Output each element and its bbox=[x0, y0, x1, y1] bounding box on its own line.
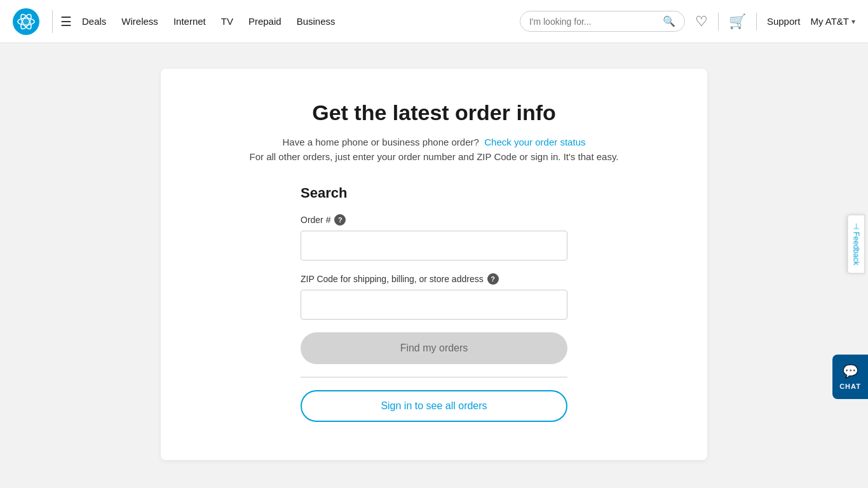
nav-prepaid[interactable]: Prepaid bbox=[248, 16, 281, 27]
chat-button[interactable]: 💬 CHAT bbox=[832, 355, 868, 399]
header-search-box[interactable]: 🔍 bbox=[520, 11, 685, 32]
feedback-icon: ⊣ bbox=[852, 223, 861, 229]
section-divider bbox=[301, 377, 567, 377]
zip-code-label: ZIP Code for shipping, billing, or store… bbox=[301, 273, 567, 285]
card-description: For all other orders, just enter your or… bbox=[199, 151, 669, 162]
cart-icon[interactable]: 🛒 bbox=[729, 13, 746, 30]
page-title: Get the latest order info bbox=[199, 100, 669, 125]
order-card: Get the latest order info Have a home ph… bbox=[161, 69, 707, 460]
search-heading: Search bbox=[301, 185, 567, 201]
search-section: Search Order # ? ZIP Code for shipping, … bbox=[301, 185, 567, 422]
main-nav: Deals Wireless Internet TV Prepaid Busin… bbox=[82, 16, 520, 27]
header-right: 🔍 ♡ 🛒 Support My AT&T ▾ bbox=[520, 11, 855, 32]
logo-nav-divider bbox=[52, 10, 53, 33]
chat-bubble-icon: 💬 bbox=[843, 363, 858, 379]
order-number-input[interactable] bbox=[301, 231, 567, 261]
order-number-label: Order # ? bbox=[301, 214, 567, 226]
chat-label: CHAT bbox=[839, 383, 861, 390]
header-search-input[interactable] bbox=[529, 17, 663, 27]
feedback-tab[interactable]: ⊣ Feedback bbox=[848, 215, 865, 274]
zip-help-icon[interactable]: ? bbox=[487, 273, 499, 285]
svg-point-4 bbox=[23, 18, 30, 25]
card-subtitle: Have a home phone or business phone orde… bbox=[199, 137, 669, 147]
att-logo[interactable] bbox=[13, 8, 39, 35]
header: ☰ Deals Wireless Internet TV Prepaid Bus… bbox=[0, 0, 868, 43]
wishlist-icon[interactable]: ♡ bbox=[695, 13, 708, 30]
main-background: Get the latest order info Have a home ph… bbox=[0, 43, 868, 488]
nav-wireless[interactable]: Wireless bbox=[121, 16, 158, 27]
feedback-label: Feedback bbox=[852, 232, 861, 266]
order-help-icon[interactable]: ? bbox=[334, 214, 346, 226]
chevron-down-icon: ▾ bbox=[851, 17, 855, 26]
header-search-button[interactable]: 🔍 bbox=[663, 15, 675, 27]
myatt-label: My AT&T bbox=[810, 16, 849, 27]
nav-internet[interactable]: Internet bbox=[173, 16, 206, 27]
hamburger-icon[interactable]: ☰ bbox=[60, 14, 72, 29]
sign-in-button[interactable]: Sign in to see all orders bbox=[301, 390, 567, 422]
myatt-button[interactable]: My AT&T ▾ bbox=[810, 16, 855, 27]
nav-tv[interactable]: TV bbox=[221, 16, 233, 27]
subtitle-text: Have a home phone or business phone orde… bbox=[283, 137, 479, 147]
check-order-link[interactable]: Check your order status bbox=[484, 137, 585, 147]
support-link[interactable]: Support bbox=[767, 16, 801, 27]
header-sep-2 bbox=[756, 13, 757, 30]
header-sep-1 bbox=[718, 13, 719, 30]
find-orders-button[interactable]: Find my orders bbox=[301, 332, 567, 364]
nav-business[interactable]: Business bbox=[297, 16, 336, 27]
zip-code-input[interactable] bbox=[301, 290, 567, 320]
nav-deals[interactable]: Deals bbox=[82, 16, 106, 27]
